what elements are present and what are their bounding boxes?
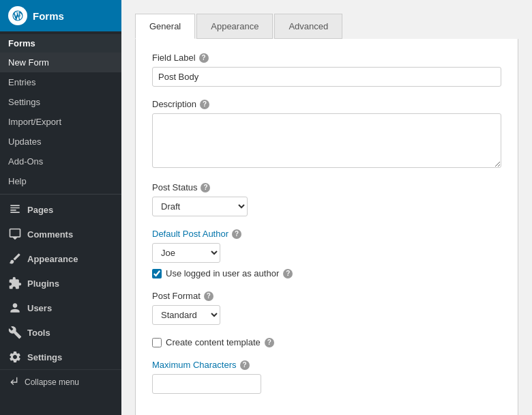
import-export-label: Import/Export: [8, 117, 61, 127]
create-content-template-row: Create content template ?: [152, 337, 501, 347]
description-help-icon[interactable]: ?: [200, 100, 209, 109]
sidebar-item-settings[interactable]: Settings: [0, 92, 121, 112]
post-status-text: Post Status: [152, 182, 197, 192]
appearance-icon: [8, 252, 22, 266]
use-logged-in-checkbox[interactable]: [152, 269, 162, 278]
field-label-help-icon[interactable]: ?: [199, 53, 209, 63]
sidebar-nav: Forms New Form Entries Settings Import/E…: [0, 31, 121, 415]
sidebar-item-entries[interactable]: Entries: [0, 72, 121, 92]
sidebar-item-new-form[interactable]: New Form: [0, 53, 121, 72]
field-label-input[interactable]: [152, 67, 501, 87]
users-label: Users: [27, 303, 52, 313]
settings-label: Settings: [8, 97, 40, 107]
sidebar: Forms Forms New Form Entries Settings Im…: [0, 0, 121, 415]
collapse-label: Collapse menu: [25, 377, 79, 387]
tab-appearance-label: Appearance: [211, 21, 258, 31]
new-form-label: New Form: [8, 57, 49, 68]
field-label-heading: Field Label ?: [152, 53, 501, 63]
sidebar-item-import-export[interactable]: Import/Export: [0, 112, 121, 132]
pages-label: Pages: [27, 205, 53, 215]
use-logged-in-label: Use logged in user as author: [166, 268, 279, 278]
tab-general[interactable]: General: [135, 14, 195, 39]
create-content-template-group: Create content template ?: [152, 337, 501, 347]
users-icon: [8, 301, 22, 315]
tools-label: Tools: [27, 328, 50, 338]
default-post-author-select[interactable]: Joe Admin: [152, 243, 220, 263]
sidebar-item-pages[interactable]: Pages: [0, 197, 121, 222]
tab-appearance[interactable]: Appearance: [196, 14, 273, 39]
maximum-characters-heading: Maximum Characters ?: [152, 360, 501, 370]
tab-bar: General Appearance Advanced: [135, 14, 518, 39]
default-post-author-heading: Default Post Author ?: [152, 229, 501, 239]
maximum-characters-help-icon[interactable]: ?: [240, 360, 250, 370]
settings-wp-label: Settings: [27, 352, 62, 362]
use-logged-in-help-icon[interactable]: ?: [283, 269, 293, 278]
appearance-label: Appearance: [27, 254, 78, 264]
sidebar-item-addons[interactable]: Add-Ons: [0, 152, 121, 171]
maximum-characters-text: Maximum Characters: [152, 360, 237, 370]
pages-icon: [8, 203, 22, 216]
post-status-select[interactable]: Draft Published Pending Private: [152, 197, 248, 216]
tab-general-label: General: [149, 21, 181, 31]
collapse-icon: [8, 375, 19, 388]
maximum-characters-group: Maximum Characters ?: [152, 360, 501, 394]
post-status-group: Post Status ? Draft Published Pending Pr…: [152, 182, 501, 216]
post-format-help-icon[interactable]: ?: [204, 291, 213, 301]
sidebar-item-plugins[interactable]: Plugins: [0, 271, 121, 296]
post-format-text: Post Format: [152, 291, 201, 301]
field-label-text: Field Label: [152, 53, 196, 63]
collapse-menu[interactable]: Collapse menu: [0, 369, 121, 394]
sidebar-item-tools[interactable]: Tools: [0, 320, 121, 345]
main-content: General Appearance Advanced Field Label …: [121, 0, 532, 415]
tab-advanced-label: Advanced: [289, 21, 328, 31]
comments-icon: [8, 227, 22, 241]
field-label-group: Field Label ?: [152, 53, 501, 87]
updates-label: Updates: [8, 137, 41, 147]
sidebar-header[interactable]: Forms: [0, 0, 121, 31]
create-content-template-checkbox[interactable]: [152, 338, 162, 347]
tools-icon: [8, 326, 22, 339]
create-content-template-help-icon[interactable]: ?: [265, 338, 274, 347]
sidebar-item-users[interactable]: Users: [0, 296, 121, 320]
addons-label: Add-Ons: [8, 156, 43, 167]
create-content-template-label: Create content template: [166, 337, 261, 347]
post-format-heading: Post Format ?: [152, 291, 501, 301]
default-post-author-help-icon[interactable]: ?: [232, 229, 241, 239]
sidebar-item-comments[interactable]: Comments: [0, 222, 121, 246]
help-label: Help: [8, 176, 27, 186]
settings-icon: [8, 350, 22, 364]
form-card: Field Label ? Description ? Post Status …: [135, 39, 518, 415]
default-post-author-text: Default Post Author: [152, 229, 228, 239]
maximum-characters-input[interactable]: [152, 374, 261, 394]
description-text: Description: [152, 99, 196, 109]
post-format-select[interactable]: Standard Aside Gallery Link Image Quote: [152, 305, 220, 325]
plugins-label: Plugins: [27, 278, 59, 289]
sidebar-item-appearance[interactable]: Appearance: [0, 246, 121, 271]
wordpress-icon: [8, 6, 27, 25]
sidebar-title: Forms: [33, 10, 64, 22]
description-group: Description ?: [152, 99, 501, 170]
sidebar-item-updates[interactable]: Updates: [0, 132, 121, 152]
post-status-heading: Post Status ?: [152, 182, 501, 192]
entries-label: Entries: [8, 77, 35, 87]
tab-advanced[interactable]: Advanced: [274, 14, 342, 39]
post-format-group: Post Format ? Standard Aside Gallery Lin…: [152, 291, 501, 325]
plugins-icon: [8, 276, 22, 290]
post-status-help-icon[interactable]: ?: [201, 183, 210, 192]
description-input[interactable]: [152, 113, 501, 168]
sidebar-item-settings-wp[interactable]: Settings: [0, 345, 121, 369]
sidebar-forms-title: Forms: [0, 34, 121, 53]
sidebar-item-help[interactable]: Help: [0, 171, 121, 191]
default-post-author-group: Default Post Author ? Joe Admin Use logg…: [152, 229, 501, 278]
description-heading: Description ?: [152, 99, 501, 109]
comments-label: Comments: [27, 229, 73, 240]
use-logged-in-row: Use logged in user as author ?: [152, 268, 501, 278]
